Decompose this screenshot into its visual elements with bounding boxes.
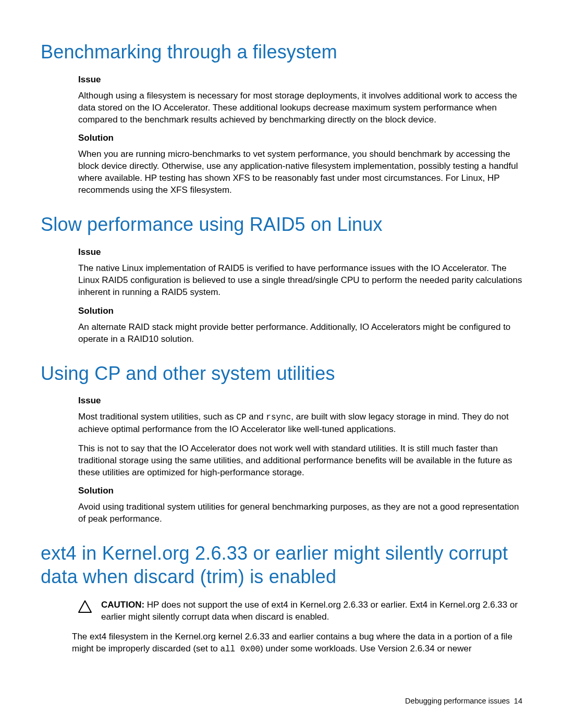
paragraph: This is not to say that the IO Accelerat… bbox=[78, 443, 522, 479]
footer-section: Debugging performance issues bbox=[405, 697, 510, 705]
paragraph: The ext4 filesystem in the Kernel.org ke… bbox=[72, 631, 522, 656]
sub-heading: Solution bbox=[78, 306, 522, 316]
caution-icon bbox=[78, 600, 92, 615]
paragraph: When you are running micro-benchmarks to… bbox=[78, 149, 522, 196]
footer-page-number: 14 bbox=[514, 697, 522, 705]
code-span: all 0x00 bbox=[220, 645, 260, 654]
content-block: IssueThe native Linux implementation of … bbox=[78, 247, 522, 346]
section-title: ext4 in Kernel.org 2.6.33 or earlier mig… bbox=[41, 542, 522, 588]
section-title: Using CP and other system utilities bbox=[41, 362, 522, 386]
content-block: IssueAlthough using a filesystem is nece… bbox=[78, 75, 522, 197]
caution-label: CAUTION: bbox=[101, 600, 144, 610]
code-span: CP bbox=[236, 413, 246, 422]
svg-marker-0 bbox=[79, 601, 91, 612]
paragraph: Avoid using traditional system utilities… bbox=[78, 501, 522, 525]
paragraph: The native Linux implementation of RAID5… bbox=[78, 263, 522, 299]
content-block: IssueMost traditional system utilities, … bbox=[78, 396, 522, 525]
paragraph: Although using a filesystem is necessary… bbox=[78, 90, 522, 126]
section-title: Slow performance using RAID5 on Linux bbox=[41, 213, 522, 237]
sub-heading: Issue bbox=[78, 247, 522, 257]
sub-heading: Issue bbox=[78, 396, 522, 406]
caution-block: CAUTION: HP does not support the use of … bbox=[78, 599, 522, 623]
page-content: Benchmarking through a filesystemIssueAl… bbox=[0, 0, 563, 656]
sub-heading: Solution bbox=[78, 486, 522, 496]
caution-text: CAUTION: HP does not support the use of … bbox=[101, 599, 522, 623]
sub-heading: Issue bbox=[78, 75, 522, 85]
code-span: rsync bbox=[266, 413, 291, 422]
section-title: Benchmarking through a filesystem bbox=[41, 41, 522, 64]
page-footer: Debugging performance issues 14 bbox=[405, 697, 522, 705]
content-block: The ext4 filesystem in the Kernel.org ke… bbox=[72, 631, 522, 656]
sub-heading: Solution bbox=[78, 133, 522, 143]
paragraph: Most traditional system utilities, such … bbox=[78, 411, 522, 436]
paragraph: An alternate RAID stack might provide be… bbox=[78, 322, 522, 346]
